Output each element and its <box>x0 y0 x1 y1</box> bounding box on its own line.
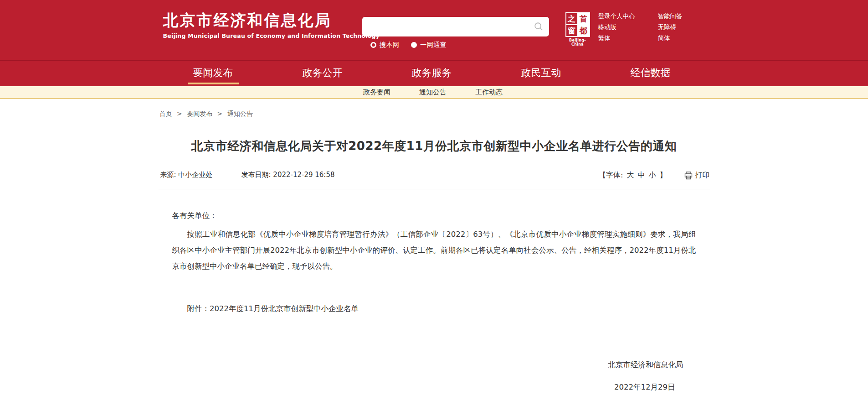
masthead: 北京市经济和信息化局 Beijing Municipal Bureau of E… <box>0 0 868 86</box>
search-input[interactable] <box>362 17 549 36</box>
subnav-item-notices[interactable]: 通知公告 <box>405 86 461 98</box>
radio-selected-icon[interactable] <box>370 42 376 48</box>
article-publish-date: 发布日期: 2022-12-29 16:58 <box>241 171 335 179</box>
seal-icon: 之 首 窗 都 <box>565 12 590 37</box>
source-label: 来源: <box>160 171 176 179</box>
breadcrumb-home[interactable]: 首页 <box>159 110 172 117</box>
search-scope-row: 搜本网 一网通查 <box>362 41 549 49</box>
signature-date: 2022年12月29日 <box>172 379 696 395</box>
font-size-label: 【字体: <box>599 171 623 180</box>
nav-item-gov-services[interactable]: 政务服务 <box>377 61 487 85</box>
scope-option-label: 一网通查 <box>420 41 447 49</box>
printer-icon <box>684 172 693 180</box>
breadcrumb: 首页 > 要闻发布 > 通知公告 <box>159 99 710 118</box>
header-top: 北京市经济和信息化局 Beijing Municipal Bureau of E… <box>0 0 868 60</box>
attachment-line: 附件：2022年度11月份北京市创新型中小企业名单 <box>172 301 696 317</box>
article-source: 来源: 中小企业处 <box>160 171 213 179</box>
attachment-label: 附件： <box>187 304 210 313</box>
signature-name: 北京市经济和信息化局 <box>172 357 696 373</box>
body-paragraph: 按照工业和信息化部《优质中小企业梯度培育管理暂行办法》（工信部企业〔2022〕6… <box>172 226 696 274</box>
subnav-item-work-updates[interactable]: 工作动态 <box>461 86 517 98</box>
sub-nav: 政务要闻 通知公告 工作动态 <box>0 86 868 99</box>
attachment-link[interactable]: 2022年度11月份北京市创新型中小企业名单 <box>210 304 359 313</box>
content-area: 首页 > 要闻发布 > 通知公告 北京市经济和信息化局关于对2022年度11月份… <box>159 99 710 406</box>
font-size-large-button[interactable]: 大 <box>627 171 634 180</box>
date-value: 2022-12-29 16:58 <box>273 171 334 179</box>
traditional-chinese-link[interactable]: 繁体 <box>598 34 635 42</box>
font-size-suffix: 】 <box>660 171 667 180</box>
seal-char: 首 <box>578 13 589 24</box>
article-meta-row: 来源: 中小企业处 发布日期: 2022-12-29 16:58 【字体: 大 … <box>159 171 710 182</box>
nav-item-news-release[interactable]: 要闻发布 <box>159 61 268 85</box>
site-logo[interactable]: 北京市经济和信息化局 Beijing Municipal Bureau of E… <box>163 11 380 39</box>
seal-char: 之 <box>566 13 577 24</box>
login-personal-center-link[interactable]: 登录个人中心 <box>598 12 635 20</box>
seal-char: 窗 <box>566 25 577 36</box>
search-area: 搜本网 一网通查 <box>362 17 549 49</box>
breadcrumb-news-release[interactable]: 要闻发布 <box>187 110 212 117</box>
seal-char: 都 <box>578 25 589 36</box>
nav-item-public-interaction[interactable]: 政民互动 <box>487 61 596 85</box>
article-title: 北京市经济和信息化局关于对2022年度11月份北京市创新型中小企业名单进行公告的… <box>159 138 710 154</box>
article-body: 各有关单位： 按照工业和信息化部《优质中小企业梯度培育管理暂行办法》（工信部企业… <box>159 189 696 395</box>
signature-block: 北京市经济和信息化局 2022年12月29日 <box>172 357 696 395</box>
search-icon[interactable] <box>534 21 544 31</box>
accessibility-link[interactable]: 无障碍 <box>658 23 683 31</box>
scope-option-label: 搜本网 <box>380 41 400 49</box>
nav-item-gov-disclosure[interactable]: 政务公开 <box>268 61 377 85</box>
scope-option-site[interactable]: 搜本网 <box>370 41 400 49</box>
breadcrumb-separator: > <box>177 110 182 117</box>
nav-item-industry-data[interactable]: 经信数据 <box>596 61 705 85</box>
main-nav: 要闻发布 政务公开 政务服务 政民互动 经信数据 <box>0 60 868 86</box>
search-box[interactable] <box>362 17 549 36</box>
font-size-small-button[interactable]: 小 <box>649 171 656 180</box>
breadcrumb-separator: > <box>217 110 223 117</box>
source-value: 中小企业处 <box>178 171 212 179</box>
site-title: 北京市经济和信息化局 <box>163 11 380 29</box>
radio-unselected-icon[interactable] <box>411 42 417 48</box>
salutation: 各有关单位： <box>172 208 696 224</box>
seal-caption: Beijing-China <box>564 38 591 47</box>
capital-window-seal-logo[interactable]: 之 首 窗 都 Beijing-China <box>564 12 591 47</box>
breadcrumb-notices[interactable]: 通知公告 <box>227 110 253 117</box>
subnav-item-gov-news[interactable]: 政务要闻 <box>349 86 405 98</box>
print-label: 打印 <box>695 171 710 180</box>
mobile-version-link[interactable]: 移动版 <box>598 23 635 31</box>
print-button[interactable]: 打印 <box>684 171 710 180</box>
simplified-chinese-link[interactable]: 简体 <box>658 34 683 42</box>
font-size-control: 【字体: 大 中 小 】 <box>599 171 667 180</box>
scope-option-network[interactable]: 一网通查 <box>411 41 447 49</box>
site-subtitle-en: Beijing Municipal Bureau of Economy and … <box>163 32 380 39</box>
smart-qa-link[interactable]: 智能问答 <box>658 12 683 20</box>
date-label: 发布日期: <box>241 171 271 179</box>
page: 北京市经济和信息化局 Beijing Municipal Bureau of E… <box>0 0 868 406</box>
quick-links: 登录个人中心 移动版 繁体 智能问答 无障碍 简体 <box>598 12 683 42</box>
font-size-medium-button[interactable]: 中 <box>638 171 645 180</box>
